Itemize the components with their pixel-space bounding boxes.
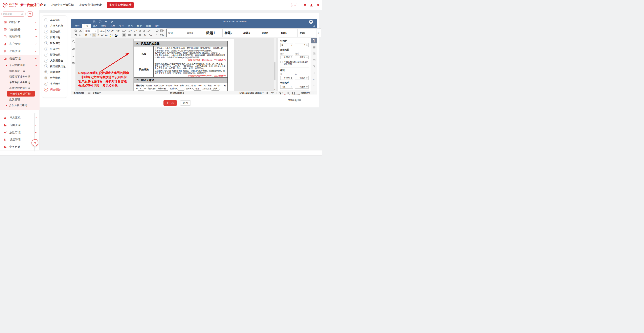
- document-scrollbar[interactable]: ▲ ▼: [274, 38, 276, 91]
- step-item[interactable]: 6 申请评分: [44, 46, 66, 52]
- spacing-after-stepper[interactable]: 0 厘米: [295, 56, 308, 59]
- gear-icon[interactable]: [316, 3, 320, 7]
- sidebar-subitem[interactable]: 小微经营贷款申请: [0, 85, 40, 91]
- sidebar-item[interactable]: 我的任务: [0, 26, 40, 33]
- ribbon-tab[interactable]: 引用: [117, 24, 126, 28]
- font-size-select[interactable]: 10.5˅: [98, 29, 106, 33]
- step-item[interactable]: 5 授权信息: [44, 40, 66, 46]
- step-item[interactable]: 13 调查报告: [44, 87, 66, 93]
- sidebar-item[interactable]: 评级管理: [0, 48, 40, 55]
- special-format-select[interactable]: （无）˅: [280, 85, 293, 89]
- ribbon-tab[interactable]: 布局: [108, 24, 117, 28]
- spacing-before-stepper[interactable]: 0 厘米: [280, 56, 293, 59]
- topbar-tab[interactable]: 小微业务申请详情: [51, 3, 74, 7]
- line-spacing-button[interactable]: ˅: [146, 29, 151, 33]
- header-footer-settings-tab[interactable]: [311, 58, 317, 63]
- print-icon[interactable]: [99, 21, 102, 23]
- highlight-color-button[interactable]: ✎˅: [109, 33, 114, 37]
- copy-button[interactable]: [74, 29, 78, 33]
- italic-button[interactable]: I: [88, 33, 92, 37]
- page-indicator[interactable]: 第3页共3页: [74, 92, 84, 94]
- subscript-button[interactable]: A₂: [104, 33, 108, 37]
- sidebar-collapse-circle-button[interactable]: [32, 139, 38, 146]
- style-gallery-item[interactable]: 无空格: [185, 29, 204, 37]
- more-icon[interactable]: [291, 3, 297, 7]
- special-format-stepper[interactable]: 0 厘米: [295, 85, 308, 89]
- mail-merge-button[interactable]: ˅: [160, 33, 164, 37]
- sidebar-item[interactable]: 押品系统: [0, 114, 40, 122]
- topbar-tab[interactable]: 主页: [40, 3, 46, 7]
- change-case-button[interactable]: Aa˅: [115, 29, 120, 33]
- paragraph-shading-button[interactable]: ˅: [160, 29, 164, 33]
- ribbon-tab[interactable]: 插入: [90, 24, 100, 28]
- ribbon-tab[interactable]: 绘图: [100, 24, 108, 28]
- fit-width-icon[interactable]: [292, 92, 295, 94]
- back-button[interactable]: 返回: [180, 100, 191, 106]
- strikethrough-button[interactable]: S: [96, 33, 100, 37]
- align-left-button[interactable]: [122, 33, 126, 37]
- style-gallery-item[interactable]: 标题6: [298, 29, 316, 37]
- step-item[interactable]: 4 财务信息: [44, 35, 66, 40]
- sidebar-item[interactable]: 放款管理: [0, 129, 40, 136]
- sidebar-item[interactable]: 营销管理: [0, 33, 40, 40]
- user-icon[interactable]: [310, 3, 313, 7]
- zoom-out-button[interactable]: −: [297, 92, 299, 95]
- ribbon-tab[interactable]: 插件: [153, 24, 162, 28]
- line-spacing-stepper[interactable]: 1: [295, 43, 308, 47]
- sidebar-group-personal-credit[interactable]: 个人授信申请: [0, 62, 40, 68]
- justify-button[interactable]: [138, 33, 142, 37]
- table-settings-tab[interactable]: [311, 45, 317, 50]
- bullet-list-button[interactable]: ˅: [122, 29, 127, 33]
- ribbon-tab[interactable]: 协作: [126, 24, 135, 28]
- find-icon[interactable]: [72, 40, 75, 43]
- step-item[interactable]: 3 担保信息: [44, 29, 66, 35]
- topbar-tab[interactable]: 小微经营贷款申请: [79, 3, 102, 7]
- menu-collapse-button[interactable]: [27, 12, 33, 17]
- shape-settings-tab[interactable]: [311, 64, 317, 69]
- shrink-font-button[interactable]: A˅: [111, 29, 115, 33]
- scrollbar-thumb[interactable]: [274, 62, 276, 80]
- sidebar-group-partner-credit[interactable]: 合作方授信申请: [0, 102, 40, 108]
- search-input[interactable]: [3, 13, 20, 15]
- decrease-indent-button[interactable]: [138, 29, 142, 33]
- font-name-select[interactable]: 宋体˅: [84, 29, 98, 33]
- step-item[interactable]: 10 视频调查: [44, 69, 66, 75]
- sidebar-subitem[interactable]: 单笔单批业务申请: [0, 80, 40, 85]
- shading-fill-button[interactable]: ˅: [148, 33, 153, 37]
- sidebar-subitem[interactable]: 小微业务申请详情: [7, 91, 35, 97]
- clear-style-button[interactable]: [155, 29, 159, 33]
- undo-icon[interactable]: [105, 21, 108, 23]
- word-count-label[interactable]: 字数统计: [93, 92, 101, 94]
- underline-button[interactable]: U: [92, 33, 96, 37]
- document-page[interactable]: 六、风险及风控措施 风险 经营风险：小微企业市场竞争力弱，易受行业波动（如政策变…: [134, 39, 234, 91]
- copy-style-button[interactable]: [155, 33, 159, 37]
- sidebar-search[interactable]: [1, 12, 26, 17]
- bell-icon[interactable]: [303, 3, 307, 7]
- zoom-in-button[interactable]: +: [312, 92, 314, 95]
- sidebar-subitem[interactable]: 额度项下业务申请: [0, 74, 40, 80]
- line-spacing-select[interactable]: 多˅: [280, 43, 293, 47]
- style-gallery-item[interactable]: 常规: [166, 29, 185, 37]
- step-item[interactable]: 12 实地调查: [44, 81, 66, 87]
- style-gallery-item[interactable]: 标题4: [260, 29, 279, 37]
- sidebar-subitem[interactable]: 批复管理: [0, 97, 40, 102]
- style-gallery-item[interactable]: 标题5: [279, 29, 298, 37]
- cut-button[interactable]: [78, 29, 82, 33]
- topbar-tab[interactable]: 小微业务申请详情: [107, 2, 134, 8]
- grow-font-button[interactable]: A˄: [106, 29, 110, 33]
- step-item[interactable]: 7 影像信息: [44, 52, 66, 58]
- sidebar-item-credit-management[interactable]: 授信管理: [0, 55, 40, 62]
- image-settings-tab[interactable]: [311, 51, 317, 56]
- advanced-settings-link[interactable]: 显示高级设置: [288, 99, 301, 102]
- previous-step-button[interactable]: 上一步: [164, 100, 177, 106]
- avatar[interactable]: 李: [309, 20, 313, 24]
- superscript-button[interactable]: A²: [100, 33, 104, 37]
- bold-button[interactable]: B: [84, 33, 88, 37]
- editor-search-icon[interactable]: [312, 25, 315, 27]
- align-center-button[interactable]: [127, 33, 132, 37]
- style-gallery-item[interactable]: 标题1: [204, 29, 222, 37]
- info-icon[interactable]: [72, 62, 75, 64]
- sidebar-item[interactable]: 客户管理: [0, 40, 40, 48]
- select-button[interactable]: [78, 33, 82, 37]
- paragraph-settings-tab[interactable]: ¶: [311, 38, 317, 44]
